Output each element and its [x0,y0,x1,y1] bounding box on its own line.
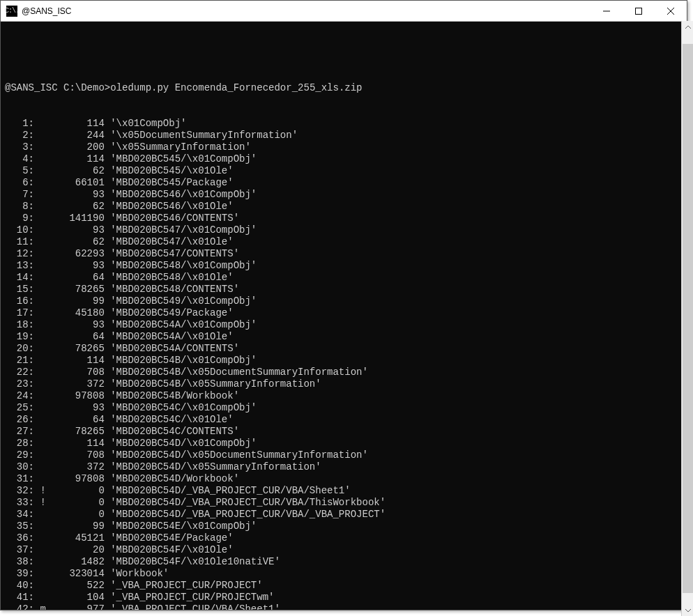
stream-index: 2 [5,130,29,141]
stream-index: 41 [5,592,29,603]
output-row: 27: 78265 'MBD020BC54C/CONTENTS' [5,426,687,438]
stream-size: 1482 [52,556,105,568]
stream-size: 104 [52,592,105,603]
stream-name: 'MBD020BC54B/\x05SummaryInformation' [110,378,321,390]
app-icon: C:\. [6,6,17,17]
stream-name: 'MBD020BC54D/\x01CompObj' [110,438,257,449]
stream-size: 114 [52,153,105,165]
stream-index: 34 [5,509,29,521]
stream-index: 14 [5,272,29,284]
output-row: 9: 141190 'MBD020BC546/CONTENTS' [5,213,687,224]
stream-name: 'MBD020BC54C/\x01CompObj' [110,402,257,413]
titlebar[interactable]: C:\. @SANS_ISC [1,1,687,22]
stream-name: 'MBD020BC54A/CONTENTS' [110,343,239,354]
stream-size: 114 [52,118,105,130]
stream-index: 18 [5,319,29,331]
stream-index: 5 [5,165,29,177]
stream-index: 13 [5,260,29,272]
stream-index: 1 [5,118,29,130]
svg-rect-1 [636,8,642,14]
stream-index: 16 [5,295,29,307]
output-row: 20: 78265 'MBD020BC54A/CONTENTS' [5,343,687,355]
stream-size: 62 [52,201,105,213]
scroll-down-button[interactable] [682,604,693,616]
stream-size: 0 [52,497,105,509]
output-row: 5: 62 'MBD020BC545/\x01Ole' [5,165,687,177]
chevron-up-icon [685,26,691,29]
stream-name: 'MBD020BC54A/\x01Ole' [110,331,233,342]
window-controls [591,1,687,21]
stream-index: 31 [5,473,29,485]
output-row: 41: 104 '_VBA_PROJECT_CUR/PROJECTwm' [5,592,687,603]
stream-name: 'MBD020BC54D/_VBA_PROJECT_CUR/VBA/_VBA_P… [110,509,386,520]
output-row: 21: 114 'MBD020BC54B/\x01CompObj' [5,355,687,367]
output-row: 30: 372 'MBD020BC54D/\x05SummaryInformat… [5,461,687,473]
stream-name: '\x01CompObj' [110,118,186,129]
stream-index: 10 [5,224,29,236]
stream-name: 'MBD020BC54E/\x01CompObj' [110,521,257,532]
terminal-blank-line [5,47,687,59]
output-row: 34: 0 'MBD020BC54D/_VBA_PROJECT_CUR/VBA/… [5,509,687,521]
stream-size: 708 [52,367,105,378]
stream-name: 'MBD020BC54B/\x05DocumentSummaryInformat… [110,367,368,378]
stream-size: 244 [52,130,105,141]
output-row: 31: 97808 'MBD020BC54D/Workbook' [5,473,687,485]
maximize-icon [635,8,642,15]
stream-index: 29 [5,449,29,461]
vertical-scrollbar[interactable] [681,21,693,616]
stream-size: 323014 [52,568,105,580]
stream-name: 'MBD020BC547/CONTENTS' [110,248,239,259]
stream-name: 'MBD020BC54D/_VBA_PROJECT_CUR/VBA/Sheet1… [110,485,350,496]
stream-flag: ! [40,497,52,509]
output-row: 25: 93 'MBD020BC54C/\x01CompObj' [5,402,687,414]
output-row: 19: 64 'MBD020BC54A/\x01Ole' [5,331,687,343]
stream-size: 200 [52,141,105,153]
stream-name: 'MBD020BC545/Package' [110,177,233,188]
maximize-button[interactable] [623,1,655,21]
stream-size: 99 [52,521,105,532]
output-row: 10: 93 'MBD020BC547/\x01CompObj' [5,224,687,236]
stream-index: 15 [5,284,29,295]
stream-index: 27 [5,426,29,438]
output-row: 22: 708 'MBD020BC54B/\x05DocumentSummary… [5,367,687,378]
output-row: 12: 62293 'MBD020BC547/CONTENTS' [5,248,687,260]
scroll-up-button[interactable] [682,21,693,33]
stream-size: 0 [52,509,105,521]
stream-name: 'MBD020BC547/\x01CompObj' [110,224,257,236]
close-button[interactable] [655,1,687,21]
stream-flag: ! [40,485,52,497]
minimize-icon [603,8,610,15]
stream-index: 39 [5,568,29,580]
stream-index: 24 [5,390,29,402]
stream-name: 'Workbook' [110,568,169,579]
output-row: 33: !0 'MBD020BC54D/_VBA_PROJECT_CUR/VBA… [5,497,687,509]
stream-index: 8 [5,201,29,213]
stream-size: 45180 [52,307,105,319]
output-row: 7: 93 'MBD020BC546/\x01CompObj' [5,189,687,201]
stream-name: '_VBA_PROJECT_CUR/PROJECT' [110,580,262,591]
stream-index: 22 [5,367,29,378]
stream-size: 62 [52,236,105,248]
command-line: @SANS_ISC C:\Demo>oledump.py Encomenda_F… [5,82,687,94]
stream-name: 'MBD020BC54D/\x05SummaryInformation' [110,461,321,472]
stream-size: 708 [52,449,105,461]
stream-size: 93 [52,319,105,331]
stream-size: 78265 [52,343,105,355]
stream-index: 38 [5,556,29,568]
stream-size: 62 [52,165,105,177]
stream-name: 'MBD020BC54E/Package' [110,532,233,544]
stream-index: 3 [5,141,29,153]
output-row: 11: 62 'MBD020BC547/\x01Ole' [5,236,687,248]
output-row: 42: m977 '_VBA_PROJECT_CUR/VBA/Sheet1' [5,603,687,610]
stream-name: '_VBA_PROJECT_CUR/VBA/Sheet1' [110,603,280,610]
minimize-button[interactable] [591,1,623,21]
stream-index: 42 [5,603,29,610]
stream-size: 93 [52,189,105,201]
stream-size: 66101 [52,177,105,189]
stream-index: 23 [5,378,29,390]
scrollbar-thumb[interactable] [683,44,693,592]
stream-index: 11 [5,236,29,248]
stream-index: 17 [5,307,29,319]
terminal-output[interactable]: @SANS_ISC C:\Demo>oledump.py Encomenda_F… [1,22,687,610]
close-icon [667,8,674,15]
